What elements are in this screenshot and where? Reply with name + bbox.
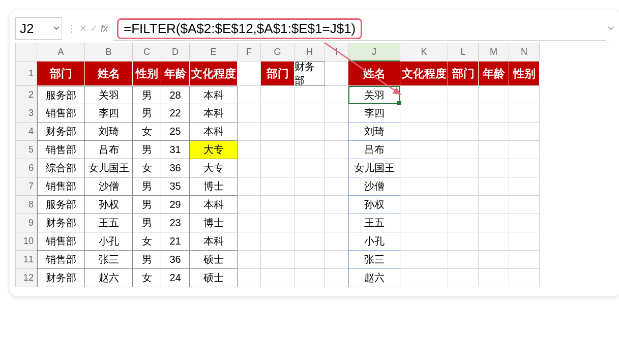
- cell-H6[interactable]: [294, 159, 325, 177]
- cell-F8[interactable]: [238, 196, 261, 214]
- cell-K9[interactable]: [400, 214, 448, 232]
- cell-G4[interactable]: [261, 123, 294, 141]
- row-header-6[interactable]: 6: [16, 159, 37, 177]
- cell-N9[interactable]: [509, 214, 540, 232]
- cell-I5[interactable]: [325, 141, 348, 159]
- cell-J6[interactable]: 女儿国王: [348, 159, 400, 177]
- cell-N3[interactable]: [509, 104, 540, 123]
- cell-E3[interactable]: 本科: [190, 104, 238, 123]
- cell-A8[interactable]: 服务部: [37, 196, 85, 214]
- cell-M5[interactable]: [479, 141, 509, 159]
- row-header-11[interactable]: 11: [16, 251, 37, 269]
- cell-G5[interactable]: [261, 141, 294, 159]
- cell-E5[interactable]: 大专: [190, 141, 238, 159]
- row-header-8[interactable]: 8: [16, 196, 37, 214]
- cell-B2[interactable]: 关羽: [85, 86, 133, 104]
- cell-A3[interactable]: 销售部: [37, 104, 85, 123]
- cell-K5[interactable]: [400, 141, 448, 159]
- cell-E11[interactable]: 硕士: [190, 251, 238, 269]
- cell-C2[interactable]: 男: [133, 86, 161, 104]
- cell-J4[interactable]: 刘琦: [348, 123, 400, 141]
- cell-F5[interactable]: [238, 141, 261, 159]
- cell-L2[interactable]: [448, 86, 479, 104]
- cell-G11[interactable]: [261, 251, 294, 269]
- cell-M12[interactable]: [479, 269, 509, 287]
- cell-B11[interactable]: 张三: [85, 251, 133, 269]
- cell-H8[interactable]: [294, 196, 325, 214]
- cell-A10[interactable]: 销售部: [37, 232, 85, 251]
- cell-I3[interactable]: [325, 104, 348, 123]
- accept-icon[interactable]: ✓: [90, 24, 98, 33]
- cell-B10[interactable]: 小孔: [85, 232, 133, 251]
- row-header-1[interactable]: 1: [16, 62, 37, 86]
- cell-L7[interactable]: [448, 177, 479, 196]
- cell-D6[interactable]: 36: [161, 159, 190, 177]
- cell-B3[interactable]: 李四: [85, 104, 133, 123]
- cell-H1[interactable]: 财务部: [294, 62, 325, 86]
- cell-D5[interactable]: 31: [161, 141, 190, 159]
- row-header-12[interactable]: 12: [16, 269, 37, 287]
- fill-handle[interactable]: [397, 101, 402, 106]
- cell-E2[interactable]: 本科: [190, 86, 238, 104]
- cell-C4[interactable]: 女: [133, 123, 161, 141]
- cell-N10[interactable]: [509, 232, 540, 251]
- cell-G9[interactable]: [261, 214, 294, 232]
- cell-H9[interactable]: [294, 214, 325, 232]
- cell-B1[interactable]: 姓名: [85, 62, 133, 86]
- cell-F12[interactable]: [238, 269, 261, 287]
- cell-H11[interactable]: [294, 251, 325, 269]
- cell-J10[interactable]: 小孔: [348, 232, 400, 251]
- cell-B12[interactable]: 赵六: [85, 269, 133, 287]
- cell-M8[interactable]: [479, 196, 509, 214]
- cell-C6[interactable]: 女: [133, 159, 161, 177]
- cell-F7[interactable]: [238, 177, 261, 196]
- cell-N8[interactable]: [509, 196, 540, 214]
- cell-F2[interactable]: [238, 86, 261, 104]
- row-header-9[interactable]: 9: [16, 214, 37, 232]
- cell-M11[interactable]: [479, 251, 509, 269]
- cell-E8[interactable]: 本科: [190, 196, 238, 214]
- cell-E10[interactable]: 本科: [190, 232, 238, 251]
- col-header-J[interactable]: J: [348, 43, 400, 62]
- col-header-K[interactable]: K: [400, 43, 448, 62]
- cell-D9[interactable]: 23: [161, 214, 190, 232]
- spreadsheet-grid[interactable]: ABCDEFGHIJKLMN1部门姓名性别年龄文化程度部门财务部姓名文化程度部门…: [15, 43, 615, 287]
- cell-L10[interactable]: [448, 232, 479, 251]
- cell-D11[interactable]: 36: [161, 251, 190, 269]
- cell-L1[interactable]: 部门: [448, 62, 479, 86]
- cell-C3[interactable]: 男: [133, 104, 161, 123]
- cell-K7[interactable]: [400, 177, 448, 196]
- cell-A2[interactable]: 服务部: [37, 86, 85, 104]
- cell-D1[interactable]: 年龄: [161, 62, 190, 86]
- cell-M7[interactable]: [479, 177, 509, 196]
- cell-I12[interactable]: [325, 269, 348, 287]
- cell-K6[interactable]: [400, 159, 448, 177]
- cell-H12[interactable]: [294, 269, 325, 287]
- cell-B6[interactable]: 女儿国王: [85, 159, 133, 177]
- cell-E12[interactable]: 硕士: [190, 269, 238, 287]
- cell-I4[interactable]: [325, 123, 348, 141]
- cell-K1[interactable]: 文化程度: [400, 62, 448, 86]
- select-all-corner[interactable]: [16, 43, 37, 62]
- row-header-7[interactable]: 7: [16, 177, 37, 196]
- cell-J2[interactable]: 关羽: [348, 86, 400, 104]
- cell-F10[interactable]: [238, 232, 261, 251]
- cell-G7[interactable]: [261, 177, 294, 196]
- cell-N11[interactable]: [509, 251, 540, 269]
- cell-E6[interactable]: 大专: [190, 159, 238, 177]
- col-header-N[interactable]: N: [509, 43, 540, 62]
- row-header-2[interactable]: 2: [16, 86, 37, 104]
- cell-F1[interactable]: [238, 62, 261, 86]
- cell-F4[interactable]: [238, 123, 261, 141]
- cell-K2[interactable]: [400, 86, 448, 104]
- col-header-M[interactable]: M: [479, 43, 509, 62]
- cell-A5[interactable]: 销售部: [37, 141, 85, 159]
- cell-K8[interactable]: [400, 196, 448, 214]
- cell-F9[interactable]: [238, 214, 261, 232]
- chevron-down-icon[interactable]: [53, 24, 60, 33]
- cell-J12[interactable]: 赵六: [348, 269, 400, 287]
- cell-E7[interactable]: 博士: [190, 177, 238, 196]
- cell-M6[interactable]: [479, 159, 509, 177]
- row-header-5[interactable]: 5: [16, 141, 37, 159]
- cell-C7[interactable]: 男: [133, 177, 161, 196]
